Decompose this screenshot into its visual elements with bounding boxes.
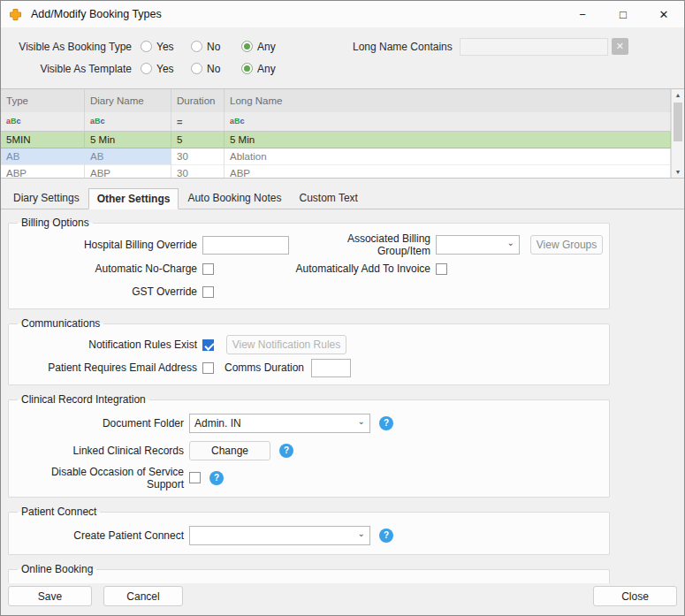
clinical-row-3: Disable Occasion of Service Support ?	[16, 464, 605, 491]
automatic-no-charge-checkbox[interactable]	[202, 263, 214, 275]
view-notification-rules-button[interactable]: View Notification Rules	[226, 335, 346, 354]
cell-type: 5MIN	[1, 132, 85, 148]
type-filter-cell[interactable]: aBc	[1, 112, 85, 131]
close-button[interactable]: Close	[593, 586, 677, 606]
document-folder-label: Document Folder	[16, 417, 189, 430]
template-any-radio[interactable]: Any	[241, 63, 292, 75]
column-header-type[interactable]: Type	[1, 89, 85, 112]
view-groups-button[interactable]: View Groups	[530, 235, 603, 255]
column-header-duration[interactable]: Duration	[171, 89, 225, 112]
comms-duration-input[interactable]	[311, 359, 351, 377]
long-name-filter: Long Name Contains ✕	[353, 38, 628, 56]
minimize-button[interactable]: −	[562, 1, 603, 27]
booking-type-any-radio[interactable]: Any	[241, 41, 292, 53]
patient-requires-email-checkbox[interactable]	[202, 362, 214, 374]
radio-label: Any	[257, 41, 276, 53]
cell-diary-name: 5 Min	[85, 132, 171, 148]
create-patient-connect-label: Create Patient Connect	[16, 529, 189, 542]
save-button[interactable]: Save	[8, 586, 92, 606]
close-window-button[interactable]: ✕	[643, 1, 684, 27]
cell-diary-name: AB	[85, 148, 171, 165]
radio-label: Yes	[156, 63, 174, 75]
communications-title: Communications	[18, 317, 103, 330]
linked-records-help-icon[interactable]: ?	[279, 444, 293, 458]
online-booking-group: Online Booking Enabled for Online Bookin…	[8, 563, 610, 583]
radio-label: Yes	[156, 41, 174, 53]
document-folder-value: Admin. IN	[194, 417, 241, 430]
equals-filter-icon: =	[177, 117, 182, 127]
duration-filter-cell[interactable]: =	[171, 112, 225, 131]
template-no-radio[interactable]: No	[191, 63, 241, 75]
radio-label: No	[207, 41, 220, 53]
cell-long-name: Ablation	[225, 148, 671, 165]
billing-row-2: Automatic No-Charge Automatically Add To…	[16, 257, 605, 280]
chevron-down-icon: ⌄	[507, 239, 514, 247]
tab-auto-booking-notes[interactable]: Auto Booking Notes	[179, 187, 290, 209]
gst-override-checkbox[interactable]	[202, 286, 214, 298]
patient-connect-group: Patient Connect Create Patient Connect ⌄…	[8, 506, 610, 555]
tab-diary-settings[interactable]: Diary Settings	[4, 187, 88, 209]
booking-type-yes-radio[interactable]: Yes	[141, 41, 191, 53]
template-yes-radio[interactable]: Yes	[141, 63, 191, 75]
visible-as-template-row: Visible As Template Yes No Any	[1, 57, 684, 80]
maximize-button[interactable]: □	[603, 1, 643, 27]
change-button[interactable]: Change	[189, 441, 270, 460]
visible-as-booking-type-radio-group: Yes No Any	[141, 41, 292, 53]
text-filter-icon: aBc	[230, 118, 245, 125]
grid-row-abp[interactable]: ABP ABP 30 ABP	[1, 165, 671, 179]
tab-other-settings[interactable]: Other Settings	[88, 188, 179, 209]
disable-oos-help-icon[interactable]: ?	[209, 471, 224, 485]
grid-row-ab[interactable]: AB AB 30 Ablation	[1, 148, 671, 165]
radio-icon	[141, 41, 152, 52]
associated-billing-group-dropdown[interactable]: ⌄	[436, 235, 520, 255]
create-patient-connect-dropdown[interactable]: ⌄	[189, 526, 370, 545]
patient-connect-row: Create Patient Connect ⌄ ?	[16, 521, 605, 549]
visible-as-template-label: Visible As Template	[1, 63, 141, 75]
long-name-contains-input[interactable]	[460, 38, 608, 56]
scroll-up-icon[interactable]: ▲	[675, 92, 681, 98]
tab-custom-text[interactable]: Custom Text	[290, 187, 366, 209]
grid-row-5min[interactable]: 5MIN 5 Min 5 5 Min	[1, 132, 671, 148]
column-header-diary-name[interactable]: Diary Name	[85, 89, 171, 112]
hospital-billing-override-label: Hospital Billing Override	[16, 239, 202, 251]
automatic-no-charge-label: Automatic No-Charge	[16, 262, 202, 275]
footer-bar: Save Cancel Close	[1, 583, 684, 615]
scroll-down-icon[interactable]: ▼	[675, 169, 681, 175]
chevron-down-icon: ⌄	[358, 417, 365, 426]
grid-scrollbar[interactable]: ▲ ▼	[671, 89, 684, 178]
long-name-filter-cell[interactable]: aBc	[225, 112, 671, 131]
radio-checked-icon	[241, 41, 253, 52]
cell-type: ABP	[1, 165, 85, 179]
notification-rules-exist-checkbox[interactable]	[202, 339, 214, 351]
auto-add-to-invoice-checkbox[interactable]	[436, 263, 447, 275]
document-folder-help-icon[interactable]: ?	[379, 416, 393, 430]
radio-icon	[191, 41, 202, 52]
document-folder-dropdown[interactable]: Admin. IN ⌄	[189, 414, 370, 433]
patient-connect-help-icon[interactable]: ?	[379, 529, 393, 543]
column-header-long-name[interactable]: Long Name	[225, 89, 671, 112]
grid-filter-row: aBc aBc = aBc	[1, 112, 671, 132]
cell-duration: 5	[171, 132, 225, 148]
auto-add-to-invoice-label: Automatically Add To Invoice	[214, 262, 436, 275]
cell-type: AB	[1, 148, 85, 165]
window-title: Add/Modify Booking Types	[31, 8, 162, 20]
clinical-record-integration-title: Clinical Record Integration	[18, 393, 149, 406]
cell-diary-name: ABP	[85, 165, 171, 179]
radio-icon	[191, 63, 202, 74]
hospital-billing-override-input[interactable]	[202, 236, 289, 255]
communications-group: Communications Notification Rules Exist …	[8, 317, 610, 385]
grid-header-row: Type Diary Name Duration Long Name	[1, 89, 671, 112]
radio-icon	[141, 63, 152, 74]
visible-as-booking-type-row: Visible As Booking Type Yes No Any Long …	[1, 35, 684, 57]
billing-options-title: Billing Options	[18, 217, 93, 229]
radio-checked-icon	[241, 63, 253, 74]
clear-filter-icon[interactable]: ✕	[612, 38, 628, 55]
cancel-button[interactable]: Cancel	[103, 586, 183, 606]
booking-type-no-radio[interactable]: No	[191, 41, 241, 53]
scroll-thumb[interactable]	[674, 103, 682, 141]
associated-billing-group-label: Associated Billing Group/Item	[302, 232, 436, 257]
filter-section: Visible As Booking Type Yes No Any Long …	[1, 27, 684, 81]
clinical-row-2: Linked Clinical Records Change ?	[16, 437, 605, 464]
disable-oos-support-checkbox[interactable]	[189, 472, 201, 483]
diary-name-filter-cell[interactable]: aBc	[85, 112, 171, 131]
